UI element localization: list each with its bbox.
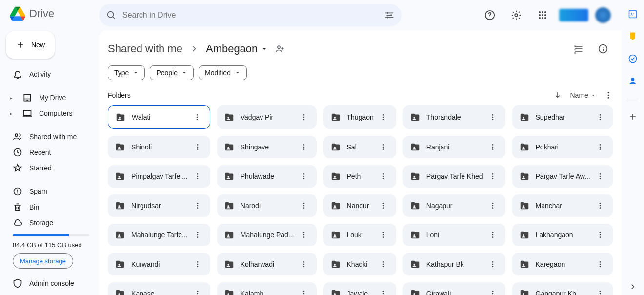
sort-button[interactable]: Name <box>570 91 596 99</box>
folder-item[interactable]: Pargav Tarfe Aw... <box>512 165 613 188</box>
folder-more-button[interactable] <box>596 290 610 295</box>
manage-storage-button[interactable]: Manage storage <box>13 253 73 269</box>
nav-recent[interactable]: Recent <box>0 145 93 160</box>
folder-more-button[interactable] <box>380 231 393 239</box>
folder-item[interactable]: Nirgudsar <box>108 194 210 217</box>
folder-item[interactable]: Loni <box>403 224 505 246</box>
help-button[interactable] <box>480 5 500 25</box>
folder-more-button[interactable] <box>380 202 393 210</box>
folder-item[interactable]: Pimpalgav Tarfe ... <box>108 165 210 188</box>
collapse-panel-icon[interactable] <box>628 285 638 295</box>
folder-more-button[interactable] <box>300 202 314 210</box>
more-vert-icon[interactable] <box>604 91 613 100</box>
folder-item[interactable]: Jawale <box>323 282 396 295</box>
folder-more-button[interactable] <box>194 143 207 151</box>
folder-more-button[interactable] <box>380 260 393 268</box>
folder-item[interactable]: Shingave <box>217 136 317 158</box>
folder-item[interactable]: Peth <box>323 165 396 188</box>
folder-more-button[interactable] <box>380 143 393 151</box>
details-button[interactable] <box>593 39 613 59</box>
breadcrumb-current[interactable]: Ambegaon <box>206 42 268 55</box>
nav-storage[interactable]: Storage <box>0 215 93 231</box>
arrow-down-icon[interactable] <box>553 91 562 100</box>
folder-item[interactable]: Gangapur Kh <box>512 282 613 295</box>
folder-more-button[interactable] <box>596 113 610 121</box>
folder-item[interactable]: Supedhar <box>512 105 613 129</box>
filter-people[interactable]: People <box>150 65 194 80</box>
nav-computers[interactable]: ▸ Computers <box>0 105 93 121</box>
calendar-app-icon[interactable]: 31 <box>628 9 638 19</box>
folder-more-button[interactable] <box>194 290 207 295</box>
folder-item[interactable]: Thorandale <box>403 105 505 129</box>
nav-activity[interactable]: Activity <box>0 66 93 82</box>
avatar[interactable] <box>595 7 611 23</box>
folder-item[interactable]: Kurwandi <box>108 253 210 275</box>
folder-more-button[interactable] <box>380 172 393 180</box>
folder-more-button[interactable] <box>596 260 610 268</box>
tasks-app-icon[interactable] <box>628 54 638 63</box>
folder-item[interactable]: Khadki <box>323 253 396 275</box>
keep-app-icon[interactable] <box>628 31 638 41</box>
folder-item[interactable]: Girawali <box>403 282 505 295</box>
folder-more-button[interactable] <box>489 202 503 210</box>
folder-more-button[interactable] <box>194 260 207 268</box>
folder-more-button[interactable] <box>489 290 503 295</box>
folder-item[interactable]: Nagapur <box>403 194 505 217</box>
folder-more-button[interactable] <box>489 113 503 121</box>
folder-item[interactable]: Phulawade <box>217 165 317 188</box>
folder-item[interactable]: Karegaon <box>512 253 613 275</box>
folder-item[interactable]: Mahalunge Pad... <box>217 224 317 246</box>
nav-spam[interactable]: Spam <box>0 184 93 199</box>
folder-more-button[interactable] <box>596 202 610 210</box>
folder-item[interactable]: Ranjani <box>403 136 505 158</box>
apps-button[interactable] <box>533 5 552 25</box>
folder-item[interactable]: Manchar <box>512 194 613 217</box>
folder-item[interactable]: Nandur <box>323 194 396 217</box>
folder-more-button[interactable] <box>380 290 393 295</box>
folder-more-button[interactable] <box>300 231 314 239</box>
folder-more-button[interactable] <box>300 172 314 180</box>
folder-item[interactable]: Sal <box>323 136 396 158</box>
nav-starred[interactable]: Starred <box>0 160 93 176</box>
nav-shared-with-me[interactable]: Shared with me <box>0 129 93 145</box>
folder-more-button[interactable] <box>489 260 503 268</box>
folder-more-button[interactable] <box>489 143 503 151</box>
folder-more-button[interactable] <box>380 113 393 121</box>
new-button[interactable]: New <box>6 31 55 59</box>
folder-more-button[interactable] <box>300 143 314 151</box>
folder-more-button[interactable] <box>300 260 314 268</box>
folder-more-button[interactable] <box>194 172 207 180</box>
filter-type[interactable]: Type <box>108 65 145 80</box>
drive-logo[interactable]: Drive <box>0 0 99 27</box>
folder-item[interactable]: Shinoli <box>108 136 210 158</box>
folder-more-button[interactable] <box>489 231 503 239</box>
folder-item[interactable]: Thugaon <box>323 105 396 129</box>
folder-item[interactable]: Vadgav Pir <box>217 105 317 129</box>
folder-item[interactable]: Kalamb <box>217 282 317 295</box>
search-bar[interactable] <box>99 4 402 26</box>
folder-more-button[interactable] <box>193 113 207 121</box>
folder-more-button[interactable] <box>596 143 610 151</box>
breadcrumb-root[interactable]: Shared with me <box>108 42 182 55</box>
contacts-app-icon[interactable] <box>628 76 638 86</box>
nav-admin-console[interactable]: Admin console <box>0 272 99 295</box>
folder-item[interactable]: Kolharwadi <box>217 253 317 275</box>
filter-modified[interactable]: Modified <box>199 65 247 80</box>
folder-item[interactable]: Louki <box>323 224 396 246</box>
settings-button[interactable] <box>506 5 526 25</box>
folder-more-button[interactable] <box>596 231 610 239</box>
folder-more-button[interactable] <box>194 202 207 210</box>
search-input[interactable] <box>122 11 378 20</box>
folder-more-button[interactable] <box>194 231 207 239</box>
nav-bin[interactable]: Bin <box>0 199 93 215</box>
folder-item[interactable]: Lakhangaon <box>512 224 613 246</box>
folder-more-button[interactable] <box>596 172 610 180</box>
search-options-icon[interactable] <box>384 10 395 21</box>
view-toggle-button[interactable] <box>569 39 588 59</box>
folder-item[interactable]: Pargav Tarfe Khed <box>403 165 505 188</box>
nav-my-drive[interactable]: ▸ My Drive <box>0 90 93 105</box>
folder-item[interactable]: Kanase <box>108 282 210 295</box>
folder-item[interactable]: Kathapur Bk <box>403 253 505 275</box>
folder-item[interactable]: Pokhari <box>512 136 613 158</box>
add-app-icon[interactable] <box>628 112 638 122</box>
